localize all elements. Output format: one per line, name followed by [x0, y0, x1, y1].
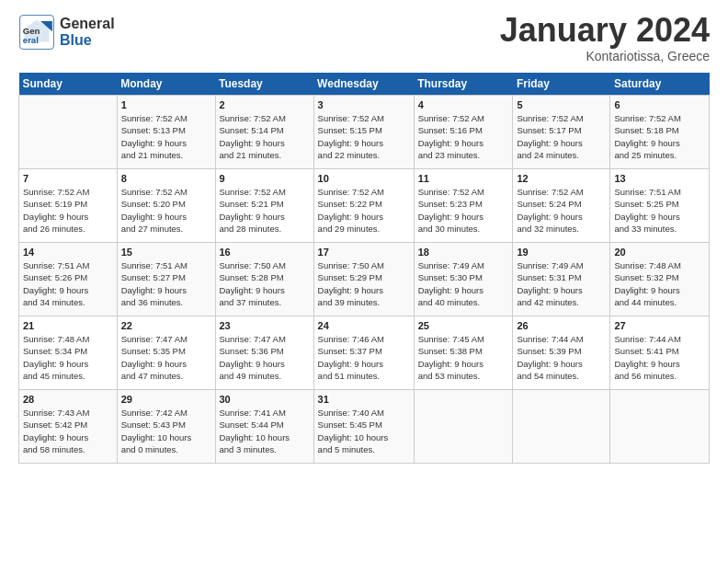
day-number: 12: [517, 173, 606, 184]
logo-blue: Blue: [60, 32, 115, 49]
calendar-table: Sunday Monday Tuesday Wednesday Thursday…: [18, 73, 710, 464]
calendar-cell: 9Sunrise: 7:52 AMSunset: 5:21 PMDaylight…: [215, 169, 313, 243]
day-number: 30: [220, 394, 310, 405]
month-title: January 2024: [500, 14, 710, 47]
day-info: Sunrise: 7:52 AMSunset: 5:19 PMDaylight:…: [23, 186, 113, 235]
day-info: Sunrise: 7:49 AMSunset: 5:30 PMDaylight:…: [418, 259, 509, 308]
col-thursday: Thursday: [414, 73, 513, 96]
col-saturday: Saturday: [610, 73, 710, 96]
day-number: 4: [418, 99, 509, 110]
calendar-cell: 19Sunrise: 7:49 AMSunset: 5:31 PMDayligh…: [513, 243, 610, 316]
title-block: January 2024 Kontariotissa, Greece: [500, 14, 710, 63]
day-number: 18: [418, 247, 509, 258]
day-number: 21: [23, 320, 113, 331]
day-info: Sunrise: 7:52 AMSunset: 5:15 PMDaylight:…: [318, 112, 410, 161]
calendar-cell: 17Sunrise: 7:50 AMSunset: 5:29 PMDayligh…: [313, 243, 414, 316]
day-info: Sunrise: 7:52 AMSunset: 5:14 PMDaylight:…: [220, 112, 310, 161]
day-number: 14: [23, 247, 113, 258]
day-info: Sunrise: 7:50 AMSunset: 5:28 PMDaylight:…: [220, 259, 310, 308]
logo-general: General: [60, 16, 115, 32]
calendar-cell: 31Sunrise: 7:40 AMSunset: 5:45 PMDayligh…: [313, 390, 414, 464]
day-number: 8: [121, 173, 211, 184]
day-number: 11: [418, 173, 509, 184]
day-number: 31: [318, 394, 410, 405]
calendar-cell: 16Sunrise: 7:50 AMSunset: 5:28 PMDayligh…: [215, 243, 313, 316]
calendar-cell: [414, 390, 513, 464]
calendar-cell: 20Sunrise: 7:48 AMSunset: 5:32 PMDayligh…: [610, 243, 710, 316]
calendar-cell: 26Sunrise: 7:44 AMSunset: 5:39 PMDayligh…: [513, 316, 610, 390]
col-monday: Monday: [117, 73, 215, 96]
calendar-cell: 28Sunrise: 7:43 AMSunset: 5:42 PMDayligh…: [19, 390, 118, 464]
day-number: 13: [614, 173, 705, 184]
calendar-week-2: 7Sunrise: 7:52 AMSunset: 5:19 PMDaylight…: [19, 169, 710, 243]
calendar-week-5: 28Sunrise: 7:43 AMSunset: 5:42 PMDayligh…: [19, 390, 710, 464]
day-info: Sunrise: 7:44 AMSunset: 5:39 PMDaylight:…: [517, 333, 606, 382]
day-info: Sunrise: 7:51 AMSunset: 5:26 PMDaylight:…: [23, 259, 113, 308]
day-number: 3: [318, 99, 410, 110]
page-container: Gen eral General Blue January 2024 Konta…: [0, 0, 728, 473]
calendar-header-row: Sunday Monday Tuesday Wednesday Thursday…: [19, 73, 710, 96]
calendar-cell: 22Sunrise: 7:47 AMSunset: 5:35 PMDayligh…: [117, 316, 215, 390]
day-info: Sunrise: 7:52 AMSunset: 5:16 PMDaylight:…: [418, 112, 509, 161]
calendar-cell: 3Sunrise: 7:52 AMSunset: 5:15 PMDaylight…: [313, 96, 414, 169]
day-info: Sunrise: 7:47 AMSunset: 5:35 PMDaylight:…: [121, 333, 211, 382]
calendar-body: 1Sunrise: 7:52 AMSunset: 5:13 PMDaylight…: [19, 96, 710, 464]
day-number: 15: [121, 247, 211, 258]
day-number: 7: [23, 173, 113, 184]
calendar-week-4: 21Sunrise: 7:48 AMSunset: 5:34 PMDayligh…: [19, 316, 710, 390]
day-info: Sunrise: 7:46 AMSunset: 5:37 PMDaylight:…: [318, 333, 410, 382]
day-info: Sunrise: 7:52 AMSunset: 5:22 PMDaylight:…: [318, 186, 410, 235]
day-info: Sunrise: 7:41 AMSunset: 5:44 PMDaylight:…: [220, 407, 310, 455]
page-header: Gen eral General Blue January 2024 Konta…: [18, 14, 710, 63]
col-tuesday: Tuesday: [215, 73, 313, 96]
day-info: Sunrise: 7:51 AMSunset: 5:25 PMDaylight:…: [614, 186, 705, 235]
day-number: 5: [517, 99, 606, 110]
calendar-cell: [513, 390, 610, 464]
calendar-cell: 13Sunrise: 7:51 AMSunset: 5:25 PMDayligh…: [610, 169, 710, 243]
logo: Gen eral General Blue: [18, 14, 115, 51]
day-info: Sunrise: 7:52 AMSunset: 5:17 PMDaylight:…: [517, 112, 606, 161]
day-number: 29: [121, 394, 211, 405]
calendar-cell: 6Sunrise: 7:52 AMSunset: 5:18 PMDaylight…: [610, 96, 710, 169]
day-info: Sunrise: 7:52 AMSunset: 5:20 PMDaylight:…: [121, 186, 211, 235]
day-number: 27: [614, 320, 705, 331]
calendar-cell: 2Sunrise: 7:52 AMSunset: 5:14 PMDaylight…: [215, 96, 313, 169]
day-info: Sunrise: 7:44 AMSunset: 5:41 PMDaylight:…: [614, 333, 705, 382]
calendar-cell: [610, 390, 710, 464]
day-number: 9: [220, 173, 310, 184]
day-info: Sunrise: 7:48 AMSunset: 5:32 PMDaylight:…: [614, 259, 705, 308]
calendar-cell: 14Sunrise: 7:51 AMSunset: 5:26 PMDayligh…: [19, 243, 118, 316]
day-number: 20: [614, 247, 705, 258]
calendar-cell: 8Sunrise: 7:52 AMSunset: 5:20 PMDaylight…: [117, 169, 215, 243]
calendar-cell: 10Sunrise: 7:52 AMSunset: 5:22 PMDayligh…: [313, 169, 414, 243]
day-number: 25: [418, 320, 509, 331]
col-sunday: Sunday: [19, 73, 118, 96]
calendar-week-3: 14Sunrise: 7:51 AMSunset: 5:26 PMDayligh…: [19, 243, 710, 316]
day-number: 22: [121, 320, 211, 331]
day-info: Sunrise: 7:52 AMSunset: 5:24 PMDaylight:…: [517, 186, 606, 235]
day-info: Sunrise: 7:49 AMSunset: 5:31 PMDaylight:…: [517, 259, 606, 308]
logo-text: General Blue: [60, 16, 115, 48]
calendar-cell: 23Sunrise: 7:47 AMSunset: 5:36 PMDayligh…: [215, 316, 313, 390]
col-wednesday: Wednesday: [313, 73, 414, 96]
location-subtitle: Kontariotissa, Greece: [500, 49, 710, 63]
day-info: Sunrise: 7:42 AMSunset: 5:43 PMDaylight:…: [121, 407, 211, 455]
calendar-cell: 18Sunrise: 7:49 AMSunset: 5:30 PMDayligh…: [414, 243, 513, 316]
day-info: Sunrise: 7:52 AMSunset: 5:21 PMDaylight:…: [220, 186, 310, 235]
svg-text:eral: eral: [23, 35, 39, 45]
calendar-cell: 25Sunrise: 7:45 AMSunset: 5:38 PMDayligh…: [414, 316, 513, 390]
day-number: 17: [318, 247, 410, 258]
day-number: 19: [517, 247, 606, 258]
day-number: 24: [318, 320, 410, 331]
calendar-cell: 29Sunrise: 7:42 AMSunset: 5:43 PMDayligh…: [117, 390, 215, 464]
calendar-cell: 15Sunrise: 7:51 AMSunset: 5:27 PMDayligh…: [117, 243, 215, 316]
calendar-cell: 1Sunrise: 7:52 AMSunset: 5:13 PMDaylight…: [117, 96, 215, 169]
calendar-cell: 4Sunrise: 7:52 AMSunset: 5:16 PMDaylight…: [414, 96, 513, 169]
calendar-cell: 30Sunrise: 7:41 AMSunset: 5:44 PMDayligh…: [215, 390, 313, 464]
day-info: Sunrise: 7:50 AMSunset: 5:29 PMDaylight:…: [318, 259, 410, 308]
day-number: 1: [121, 99, 211, 110]
day-number: 2: [220, 99, 310, 110]
day-info: Sunrise: 7:40 AMSunset: 5:45 PMDaylight:…: [318, 407, 410, 455]
day-info: Sunrise: 7:45 AMSunset: 5:38 PMDaylight:…: [418, 333, 509, 382]
calendar-cell: 7Sunrise: 7:52 AMSunset: 5:19 PMDaylight…: [19, 169, 118, 243]
